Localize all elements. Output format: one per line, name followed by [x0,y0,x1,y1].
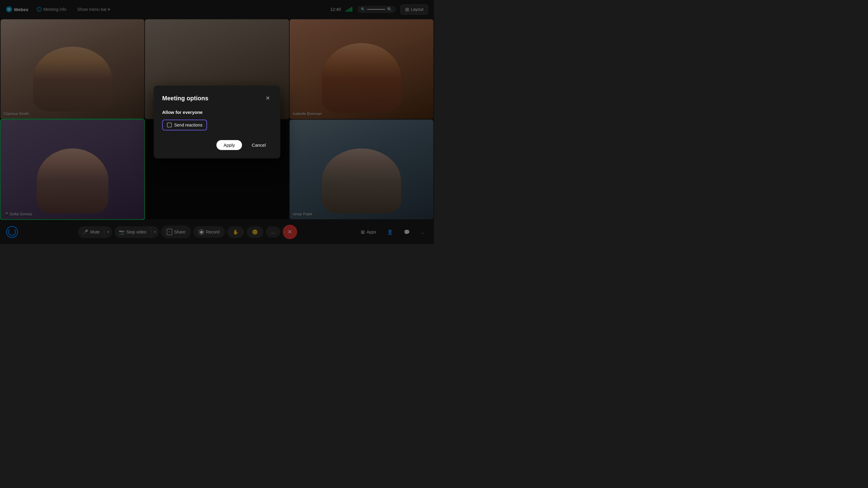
info-icon: i [37,7,41,12]
apps-button[interactable]: ⊞ Apps [357,227,380,237]
layout-button[interactable]: ⊞ Layout [401,4,428,14]
stop-video-label: Stop video [127,230,147,234]
share-icon: ↑ [167,229,173,235]
video-tile-sofia: 🎤 Sofia Gomez [1,120,144,219]
emoji-icon: 😊 [252,229,258,235]
show-menu-button[interactable]: Show menu bar ▾ [75,6,113,13]
top-bar-right: 12:40 🔍 🔍 ⊞ Layout [330,4,428,14]
end-call-button[interactable]: ✕ [283,225,297,239]
record-button[interactable]: ⏺ Record [193,226,225,238]
bottom-toolbar: 🎤 Mute ▾ 📷 Stop video ▾ ↑ Share ⏺ Record… [0,220,434,244]
mute-label: Mute [90,230,99,234]
more-options-button[interactable]: ... [266,227,280,237]
stop-video-button-split[interactable]: 📷 Stop video ▾ [115,226,159,238]
time-display: 12:40 [330,7,341,12]
allow-for-everyone-title: Allow for everyone [162,110,272,115]
end-call-icon: ✕ [287,229,292,235]
close-icon: ✕ [266,95,270,101]
toolbar-more-label: ... [421,230,424,234]
meeting-options-modal: Meeting options ✕ Allow for everyone Sen… [154,86,280,158]
zoom-control[interactable]: 🔍 🔍 [357,6,396,13]
tile-name-clarissa: Clarissa Smith [4,111,29,116]
participants-button[interactable]: 👤 [383,227,397,237]
tile-name-sofia: 🎤 Sofia Gomez [4,212,32,216]
zoom-out-icon[interactable]: 🔍 [361,7,365,11]
apps-label: Apps [367,230,376,234]
share-button[interactable]: ↑ Share [161,226,191,238]
app-name-label: Webex [14,7,28,12]
record-label: Record [206,230,219,234]
grid-icon: ⊞ [405,7,409,12]
more-options-label: ... [271,230,275,234]
modal-body: Allow for everyone Send reactions [162,110,272,130]
mute-button-arrow[interactable]: ▾ [104,227,112,237]
signal-icon [346,7,352,12]
mute-button-main[interactable]: 🎤 Mute [78,226,104,238]
mic-active-icon: 🎤 [4,212,8,216]
top-bar-left: W Webex i Meeting info Show menu bar ▾ [6,6,113,13]
chat-icon: 💬 [404,229,410,235]
chat-button[interactable]: 💬 [400,227,413,237]
tile-name-isabelle: Isabelle Brennan [293,111,322,116]
tile-name-umar: Umar Patel [293,212,312,216]
send-reactions-checkbox-container[interactable]: Send reactions [162,120,207,130]
chevron-down-icon: ▾ [108,7,110,12]
meeting-info-label: Meeting info [43,7,66,12]
mic-icon: 🎤 [82,229,88,235]
mute-button-split[interactable]: 🎤 Mute ▾ [78,226,112,238]
toolbar-more-button[interactable]: ... [417,227,428,237]
send-reactions-checkbox[interactable] [167,123,172,127]
status-indicator [6,226,18,238]
record-icon: ⏺ [198,229,204,235]
share-label: Share [174,230,185,234]
modal-footer: Apply Cancel [162,140,272,150]
toolbar-right: ⊞ Apps 👤 💬 ... [357,227,428,237]
top-bar: W Webex i Meeting info Show menu bar ▾ 1… [0,0,434,19]
apply-button[interactable]: Apply [216,140,242,150]
show-menu-label: Show menu bar [77,7,107,12]
webex-logo-icon: W [6,6,12,12]
hand-icon: ✋ [233,229,239,235]
participants-icon: 👤 [387,229,393,235]
modal-header: Meeting options ✕ [162,94,272,102]
zoom-in-icon[interactable]: 🔍 [387,7,392,12]
video-tile-isabelle: Isabelle Brennan [290,19,433,119]
zoom-slider[interactable] [367,9,385,10]
modal-close-button[interactable]: ✕ [264,94,272,102]
stop-video-button-arrow[interactable]: ▾ [151,227,159,237]
video-icon: 📷 [119,229,125,235]
cancel-button[interactable]: Cancel [246,140,272,150]
video-tile-umar: Umar Patel [290,120,433,219]
toolbar-left [6,226,18,238]
apps-icon: ⊞ [361,229,365,235]
meeting-info-button[interactable]: i Meeting info [34,6,69,13]
reactions-button[interactable]: 😊 [247,226,264,238]
modal-title: Meeting options [162,95,208,102]
video-tile-clarissa: Clarissa Smith [1,19,144,119]
send-reactions-label: Send reactions [174,123,202,127]
send-reactions-option: Send reactions [162,120,272,130]
stop-video-button-main[interactable]: 📷 Stop video [115,226,151,238]
webex-logo: W Webex [6,6,28,12]
layout-label: Layout [411,7,424,12]
raise-hand-button[interactable]: ✋ [227,226,244,238]
